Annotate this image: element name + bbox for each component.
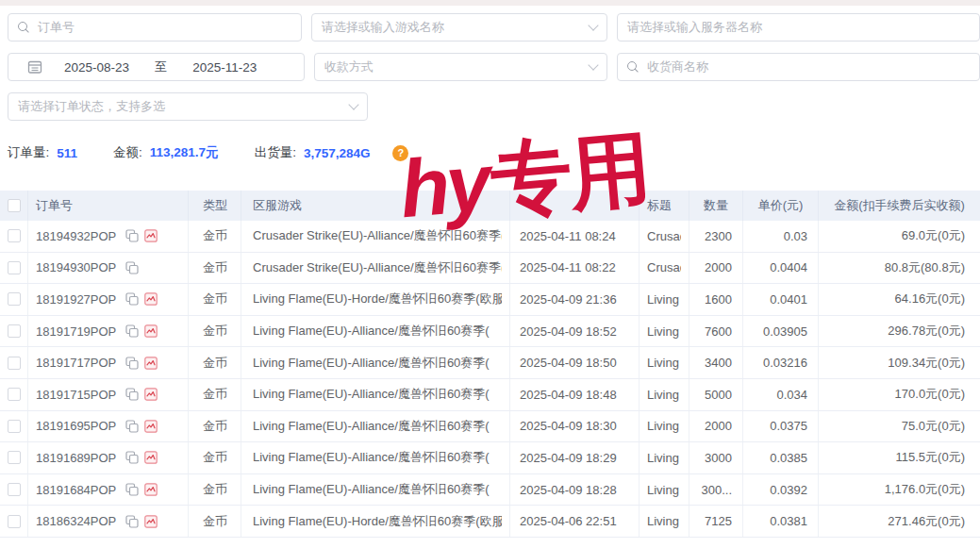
amount: 170.0元(0元) (895, 386, 965, 403)
date-end-value[interactable]: 2025-11-23 (173, 60, 277, 75)
server-name-select[interactable]: 请选择或输入服务器名称 (617, 13, 980, 42)
image-icon[interactable] (144, 229, 158, 242)
table-row: 18191719POP 金币 Living Flame(EU)-Alliance… (0, 316, 980, 348)
game-server: Living Flame(EU)-Horde/魔兽怀旧60赛季(欧服 (253, 291, 502, 307)
order-number: 18191689POP (36, 451, 116, 465)
unit-price: 0.03 (784, 229, 807, 243)
row-checkbox[interactable] (8, 515, 21, 528)
table-body: 18194932POP 金币 Crusader Strike(EU)-Allia… (0, 221, 980, 538)
copy-icon[interactable] (125, 292, 139, 306)
game-server: Living Flame(EU)-Alliance/魔兽怀旧60赛季( (253, 386, 490, 403)
order-title: Living Fl (647, 419, 681, 433)
row-checkbox[interactable] (8, 483, 21, 496)
order-number-input[interactable]: 订单号 (8, 13, 302, 42)
copy-icon[interactable] (125, 420, 139, 433)
copy-icon[interactable] (125, 483, 139, 496)
amount: 75.0元(0元) (902, 418, 965, 435)
shipment-stat: 出货量: 3,757,284G (255, 144, 371, 161)
order-status-placeholder: 请选择订单状态，支持多选 (18, 98, 165, 115)
copy-icon[interactable] (125, 229, 139, 242)
order-number-placeholder: 订单号 (38, 19, 75, 36)
column-header: 标题 (639, 191, 689, 221)
quantity: 7125 (705, 514, 732, 528)
server-name-placeholder: 请选择或输入服务器名称 (627, 19, 762, 36)
order-number: 18194930POP (36, 260, 116, 274)
row-checkbox[interactable] (8, 420, 21, 433)
column-header: 金额(扣手续费后实收额) (819, 191, 980, 221)
image-icon[interactable] (144, 388, 158, 401)
order-time: 2025-04-06 22:51 (520, 514, 617, 528)
date-start-value[interactable]: 2025-08-23 (44, 60, 149, 75)
copy-icon[interactable] (125, 515, 139, 528)
order-number: 18191719POP (36, 324, 116, 339)
unit-price: 0.0404 (770, 260, 807, 274)
order-title: Living Fl (647, 483, 681, 497)
chevron-down-icon (348, 99, 358, 109)
row-checkbox[interactable] (8, 388, 21, 401)
summary-bar: 订单量: 511 金额: 113,281.7元 出货量: 3,757,284G … (0, 143, 980, 162)
column-header: 类型 (189, 191, 241, 221)
order-title: Living Fl (647, 451, 681, 465)
copy-icon[interactable] (125, 388, 139, 401)
image-icon[interactable] (144, 515, 158, 528)
row-checkbox[interactable] (8, 451, 21, 464)
payment-method-placeholder: 收款方式 (324, 58, 374, 75)
help-icon[interactable]: ? (392, 145, 408, 161)
unit-price: 0.034 (776, 388, 807, 402)
quantity: 3400 (705, 356, 732, 370)
row-checkbox[interactable] (8, 292, 21, 306)
payment-method-select[interactable]: 收款方式 (314, 53, 607, 81)
shipment-label: 出货量: (255, 144, 296, 161)
image-icon[interactable] (144, 483, 158, 496)
copy-icon[interactable] (125, 261, 139, 274)
table-row: 18191684POP 金币 Living Flame(EU)-Alliance… (0, 474, 980, 506)
row-checkbox[interactable] (8, 229, 21, 242)
image-icon[interactable] (144, 324, 158, 338)
image-icon[interactable] (144, 292, 158, 306)
copy-icon[interactable] (125, 357, 139, 370)
order-count-value: 511 (57, 146, 77, 160)
receiver-name-input[interactable]: 收货商名称 (617, 53, 980, 81)
select-all-checkbox[interactable] (8, 199, 21, 212)
game-server: Living Flame(EU)-Alliance/魔兽怀旧60赛季( (253, 449, 490, 466)
unit-price: 0.0385 (770, 451, 807, 465)
order-time: 2025-04-09 18:48 (520, 388, 617, 402)
unit-price: 0.0375 (770, 419, 807, 433)
table-row: 18191695POP 金币 Living Flame(EU)-Alliance… (0, 411, 980, 443)
order-type: 金币 (203, 418, 227, 435)
row-checkbox[interactable] (8, 357, 21, 370)
game-server: Crusader Strike(EU)-Alliance/魔兽怀旧60赛季( (253, 227, 502, 244)
row-checkbox[interactable] (8, 261, 21, 274)
select-all-cell (0, 191, 28, 221)
order-type: 金币 (203, 386, 227, 403)
order-time: 2025-04-09 18:50 (520, 356, 617, 370)
order-time: 2025-04-09 18:30 (520, 419, 617, 433)
table-header-row: 订单号类型区服游戏标题数量单价(元)金额(扣手续费后实收额) (0, 191, 980, 221)
filter-panel: 订单号 请选择或输入游戏名称 请选择或输入服务器名称 2025-08-23 至 … (0, 6, 980, 121)
amount: 115.5元(0元) (896, 449, 965, 466)
calendar-icon (27, 59, 42, 75)
date-separator: 至 (149, 58, 173, 75)
order-type: 金币 (203, 259, 227, 276)
image-icon[interactable] (144, 420, 158, 433)
amount: 296.78元(0元) (888, 323, 965, 340)
order-time: 2025-04-11 08:24 (520, 229, 616, 243)
copy-icon[interactable] (125, 451, 139, 464)
date-range-picker[interactable]: 2025-08-23 至 2025-11-23 (8, 53, 305, 81)
copy-icon[interactable] (125, 324, 139, 338)
quantity: 2000 (705, 419, 732, 433)
order-title: Living Fl (647, 388, 681, 402)
image-icon[interactable] (144, 357, 158, 370)
unit-price: 0.0392 (770, 483, 807, 497)
quantity: 2300 (705, 229, 732, 243)
game-name-select[interactable]: 请选择或输入游戏名称 (311, 13, 607, 42)
order-status-select[interactable]: 请选择订单状态，支持多选 (8, 92, 368, 121)
order-title: Living Fl (647, 292, 681, 307)
image-icon[interactable] (144, 451, 158, 464)
row-checkbox[interactable] (8, 324, 21, 338)
order-type: 金币 (203, 291, 227, 307)
order-title: Living Fl (647, 324, 681, 339)
order-time: 2025-04-09 21:36 (520, 292, 617, 307)
order-title: Crusader (647, 260, 681, 274)
column-header: 区服游戏 (241, 191, 510, 221)
